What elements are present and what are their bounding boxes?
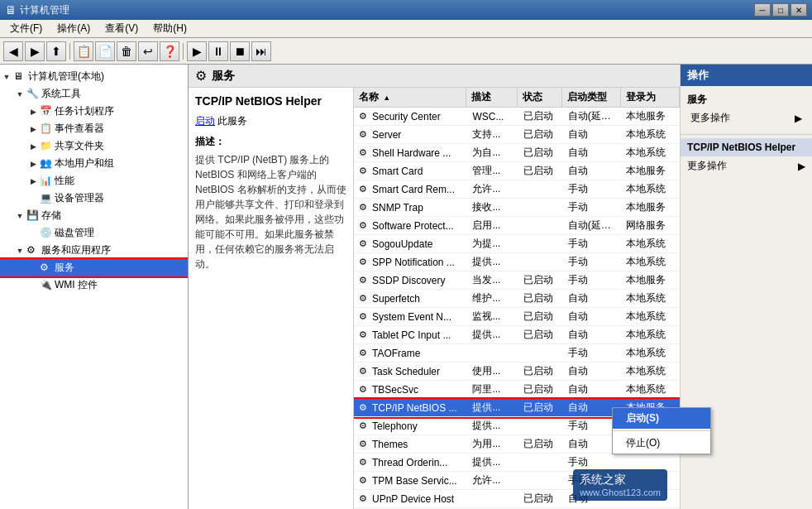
context-stop-item[interactable]: 停止(O) xyxy=(613,433,710,454)
back-button[interactable]: ◀ xyxy=(3,41,23,61)
service-row[interactable]: ⚙SogouUpdate为提...手动本地系统 xyxy=(354,235,680,253)
paste-button[interactable]: 📄 xyxy=(95,41,115,61)
service-name-cell: TBSecSvc xyxy=(367,382,467,397)
col-header-startup[interactable]: 启动类型 xyxy=(562,88,621,107)
service-row[interactable]: ⚙TAOFrame手动本地系统 xyxy=(354,344,680,363)
service-icon: ⚙ xyxy=(354,348,367,358)
service-row[interactable]: ⚙Task Scheduler使用...已启动自动本地系统 xyxy=(354,363,680,381)
service-desc-cell: 管理... xyxy=(467,162,518,180)
properties-button[interactable]: ↩ xyxy=(138,41,158,61)
service-row[interactable]: ⚙Shell Hardware ...为自...已启动自动本地系统 xyxy=(354,144,680,162)
service-login-cell: 本地系统 xyxy=(621,363,680,380)
play-button[interactable]: ▶ xyxy=(187,41,207,61)
menu-view[interactable]: 查看(V) xyxy=(98,20,145,37)
service-row[interactable]: ⚙Superfetch维护...已启动自动本地系统 xyxy=(354,290,680,308)
col-header-status[interactable]: 状态 xyxy=(518,88,562,107)
service-row[interactable]: ⚙Server支持...已启动自动本地系统 xyxy=(354,126,680,144)
service-row[interactable]: ⚙SSDP Discovery当发...已启动手动本地服务 xyxy=(354,271,680,290)
pause-button[interactable]: ⏸ xyxy=(208,41,228,61)
service-name-cell: Smart Card xyxy=(367,164,467,179)
service-name-cell: SSDP Discovery xyxy=(367,273,467,288)
service-status-cell: 已启动 xyxy=(518,381,562,398)
watermark-text: 系统之家 xyxy=(580,473,661,487)
service-icon: ⚙ xyxy=(354,457,367,468)
service-more-actions-button[interactable]: 更多操作 ▶ xyxy=(681,156,812,175)
service-row[interactable]: ⚙Smart Card管理...已启动自动本地服务 xyxy=(354,162,680,180)
maximize-button[interactable]: □ xyxy=(772,3,789,17)
service-more-actions-label: 更多操作 xyxy=(687,159,727,173)
sidebar-item-disk-mgr[interactable]: 💿 磁盘管理 xyxy=(0,224,188,242)
desc-title: TCP/IP NetBIOS Helper xyxy=(195,94,346,108)
service-desc-cell: 接收... xyxy=(467,199,518,216)
col-header-desc[interactable]: 描述 xyxy=(466,88,518,107)
sidebar-item-event-viewer[interactable]: ▶ 📋 事件查看器 xyxy=(0,120,188,137)
service-startup-cell: 手动 xyxy=(563,235,622,252)
col-header-login[interactable]: 登录为 xyxy=(621,88,680,107)
copy-button[interactable]: 📋 xyxy=(74,41,93,61)
service-name-cell: TPM Base Servic... xyxy=(367,473,467,488)
sidebar-item-wmi[interactable]: 🔌 WMI 控件 xyxy=(0,276,188,294)
right-separator xyxy=(681,134,812,135)
menu-file[interactable]: 文件(F) xyxy=(3,20,49,37)
sidebar-label: 系统工具 xyxy=(41,87,81,101)
computer-icon: 🖥 xyxy=(13,70,26,84)
service-status-cell xyxy=(518,461,562,464)
service-row[interactable]: ⚙Smart Card Rem...允许...手动本地系统 xyxy=(354,180,680,199)
service-desc-cell: 为提... xyxy=(467,235,518,252)
close-button[interactable]: ✕ xyxy=(791,3,807,17)
service-row[interactable]: ⚙Tablet PC Input ...提供...已启动自动本地系统 xyxy=(354,326,680,344)
toolbar: ◀ ▶ ⬆ 📋 📄 🗑 ↩ ❓ ▶ ⏸ ⏹ ⏭ xyxy=(0,38,812,65)
service-name-cell: Smart Card Rem... xyxy=(367,182,467,197)
more-actions-button[interactable]: 更多操作 ▶ xyxy=(684,108,809,127)
help-button[interactable]: ❓ xyxy=(160,41,179,61)
service-row[interactable]: ⚙TBSecSvc阿里...已启动自动本地系统 xyxy=(354,381,680,399)
service-row[interactable]: ⚙SNMP Trap接收...手动本地服务 xyxy=(354,199,680,217)
stop-button[interactable]: ⏹ xyxy=(230,41,250,61)
restart-button[interactable]: ⏭ xyxy=(251,41,271,61)
sidebar-item-shared-folders[interactable]: ▶ 📁 共享文件夹 xyxy=(0,137,188,155)
service-name-cell: Themes xyxy=(367,437,467,452)
svc-icon: ⚙ xyxy=(40,262,53,275)
sidebar-item-system-tools[interactable]: ▼ 🔧 系统工具 xyxy=(0,85,188,103)
service-icon: ⚙ xyxy=(354,439,367,449)
service-more-actions-arrow-icon: ▶ xyxy=(798,161,805,172)
service-status-cell: 已启动 xyxy=(518,399,562,416)
title-bar: 🖥 计算机管理 ─ □ ✕ xyxy=(0,0,812,20)
service-desc-cell: WSC... xyxy=(467,109,518,124)
sidebar-item-storage[interactable]: ▼ 💾 存储 xyxy=(0,207,188,224)
sidebar-item-performance[interactable]: ▶ 📊 性能 xyxy=(0,172,188,190)
sidebar-item-device-mgr[interactable]: 💻 设备管理器 xyxy=(0,190,188,207)
content-area: ⚙ 服务 TCP/IP NetBIOS Helper 启动 此服务 描述： 提供… xyxy=(189,65,680,509)
service-icon: ⚙ xyxy=(354,329,367,340)
sidebar-item-computer-mgmt[interactable]: ▼ 🖥 计算机管理(本地) xyxy=(0,68,188,85)
service-row[interactable]: ⚙Security CenterWSC...已启动自动(延迟...本地服务 xyxy=(354,108,680,126)
service-desc-cell: 为用... xyxy=(467,435,518,453)
service-startup-cell: 自动(延迟... xyxy=(563,217,622,234)
menu-help[interactable]: 帮助(H) xyxy=(146,20,193,37)
service-row[interactable]: ⚙SPP Notification ...提供...手动本地系统 xyxy=(354,253,680,271)
service-status-cell xyxy=(518,188,562,191)
service-status-cell xyxy=(518,224,562,228)
service-row[interactable]: ⚙Software Protect...启用...自动(延迟...网络服务 xyxy=(354,217,680,235)
start-service-link[interactable]: 启动 xyxy=(195,115,215,127)
service-row[interactable]: ⚙System Event N...监视...已启动自动本地系统 xyxy=(354,308,680,326)
up-button[interactable]: ⬆ xyxy=(46,41,66,61)
minimize-button[interactable]: ─ xyxy=(754,3,771,17)
menu-action[interactable]: 操作(A) xyxy=(50,20,97,37)
service-icon: ⚙ xyxy=(354,275,367,286)
expand-icon: ▼ xyxy=(13,90,26,98)
context-start-item[interactable]: 启动(S) xyxy=(613,408,710,429)
sidebar-item-task-scheduler[interactable]: ▶ 📅 任务计划程序 xyxy=(0,103,188,120)
delete-button[interactable]: 🗑 xyxy=(117,41,136,61)
toolbar-sep-1 xyxy=(69,43,70,60)
forward-button[interactable]: ▶ xyxy=(25,41,45,61)
service-status-cell: 已启动 xyxy=(518,490,562,507)
col-header-name[interactable]: 名称 ▲ xyxy=(354,88,466,107)
service-startup-cell: 自动 xyxy=(563,363,622,380)
service-login-cell: 本地系统 xyxy=(621,381,680,398)
service-startup-cell: 手动 xyxy=(563,271,622,289)
sidebar-item-services-apps[interactable]: ▼ ⚙ 服务和应用程序 xyxy=(0,242,188,259)
description-panel: TCP/IP NetBIOS Helper 启动 此服务 描述： 提供 TCP/… xyxy=(189,88,354,509)
sidebar-item-services[interactable]: ⚙ 服务 xyxy=(0,259,188,276)
sidebar-item-local-users[interactable]: ▶ 👥 本地用户和组 xyxy=(0,155,188,172)
